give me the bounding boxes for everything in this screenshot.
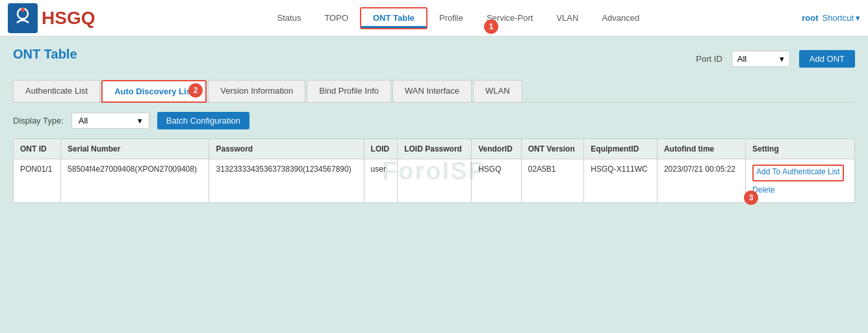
tab-bind-profile-info[interactable]: Bind Profile Info	[307, 80, 391, 102]
table-row: PON01/1 58504f4e27009408(XPON27009408) 3…	[14, 159, 855, 203]
display-type-select[interactable]: All ▾	[71, 113, 149, 129]
top-navigation: HSGQ Status TOPO ONT Table Profile Servi…	[0, 0, 868, 36]
cell-ont-version: 02A5B1	[521, 159, 584, 203]
cell-vendor-id: HSGQ	[472, 159, 522, 203]
ont-table: ONT ID Serial Number Password LOID LOID …	[13, 139, 855, 203]
badge-1: 1	[484, 20, 498, 34]
cell-password: 31323333435363738390(1234567890)	[209, 159, 364, 203]
tabs-bar: Authenticate List Auto Discovery List Ve…	[13, 80, 855, 103]
nav-item-status[interactable]: Status	[266, 0, 313, 36]
chevron-down-icon: ▾	[780, 54, 784, 64]
display-type-label: Display Type:	[13, 116, 64, 126]
add-to-authenticate-list-link[interactable]: Add To Authenticate List	[756, 167, 840, 176]
delete-link[interactable]: Delete	[752, 185, 848, 194]
tab-wan-interface[interactable]: WAN Interface	[392, 80, 472, 102]
filter-row: Display Type: All ▾ Batch Configuration	[13, 112, 855, 129]
nav-right: root Shortcut ▾	[802, 13, 860, 23]
col-loid: LOID	[364, 139, 398, 159]
page-title: ONT Table	[13, 47, 77, 62]
port-id-label: Port ID	[696, 54, 722, 64]
logo-icon	[8, 3, 38, 33]
display-type-value: All	[79, 116, 88, 126]
col-vendor-id: VendorID	[472, 139, 522, 159]
nav-item-ont-table[interactable]: ONT Table	[360, 7, 428, 29]
cell-ont-id: PON01/1	[14, 159, 61, 203]
table-header-row: ONT ID Serial Number Password LOID LOID …	[14, 139, 855, 159]
batch-configuration-button[interactable]: Batch Configuration	[157, 112, 249, 129]
col-equipment-id: EquipmentID	[584, 139, 657, 159]
nav-links: Status TOPO ONT Table Profile Service-Po…	[114, 0, 802, 36]
nav-item-profile[interactable]: Profile	[428, 0, 475, 36]
col-loid-password: LOID Password	[398, 139, 472, 159]
cell-autofind-time: 2023/07/21 00:05:22	[657, 159, 745, 203]
table-wrapper: ForoISP ONT ID Serial Number Password LO…	[13, 139, 855, 203]
col-setting: Setting	[746, 139, 855, 159]
toolbar: ONT Table Port ID All ▾ Add ONT	[13, 47, 855, 71]
cell-setting: Add To Authenticate List Delete	[746, 159, 855, 203]
badge-2: 2	[188, 83, 203, 98]
cell-equipment-id: HSGQ-X111WC	[584, 159, 657, 203]
tab-authenticate-list[interactable]: Authenticate List	[13, 80, 100, 102]
port-id-select[interactable]: All ▾	[732, 51, 790, 67]
col-ont-id: ONT ID	[14, 139, 61, 159]
cell-loid: user	[364, 159, 398, 203]
svg-point-2	[21, 8, 25, 12]
nav-item-topo[interactable]: TOPO	[313, 0, 360, 36]
col-autofind-time: Autofind time	[657, 139, 745, 159]
logo-text: HSGQ	[42, 8, 95, 29]
nav-item-advanced[interactable]: Advanced	[590, 0, 651, 36]
cell-loid-password	[398, 159, 472, 203]
col-password: Password	[209, 139, 364, 159]
cell-serial-number: 58504f4e27009408(XPON27009408)	[61, 159, 209, 203]
logo-area: HSGQ	[8, 3, 95, 33]
nav-shortcut[interactable]: Shortcut ▾	[823, 13, 860, 23]
add-ont-button[interactable]: Add ONT	[799, 50, 855, 68]
main-content: ONT Table Port ID All ▾ Add ONT Authenti…	[0, 36, 868, 213]
port-id-value: All	[737, 54, 747, 64]
nav-item-vlan[interactable]: VLAN	[544, 0, 590, 36]
tab-wlan[interactable]: WLAN	[473, 80, 522, 102]
tab-version-information[interactable]: Version Information	[208, 80, 305, 102]
nav-user: root	[802, 13, 818, 23]
chevron-down-icon: ▾	[138, 116, 142, 126]
chevron-down-icon: ▾	[856, 13, 860, 23]
badge-3: 3	[744, 191, 758, 205]
col-serial-number: Serial Number	[61, 139, 209, 159]
col-ont-version: ONT Version	[521, 139, 584, 159]
